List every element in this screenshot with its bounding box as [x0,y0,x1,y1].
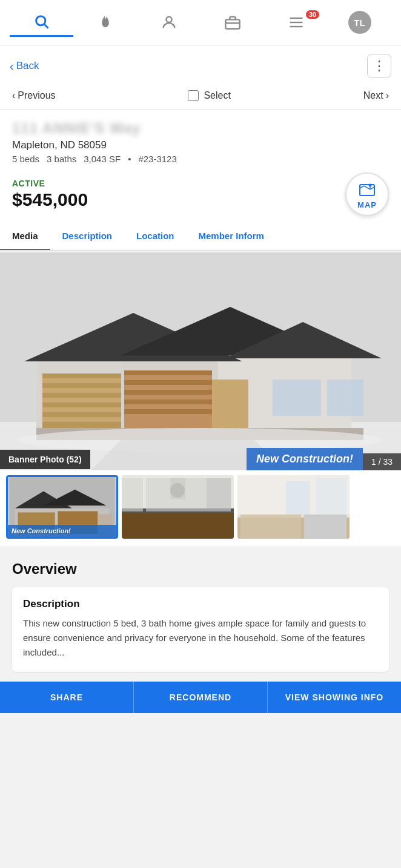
nav-menu[interactable]: 30 [264,9,328,36]
meta-separator: • [128,154,131,164]
overview-title: Overview [12,561,389,577]
svg-rect-53 [207,478,231,511]
notification-badge: 30 [306,10,319,19]
more-options-button[interactable]: ⋮ [367,54,391,78]
price-row: ACTIVE $545,000 MAP [12,173,389,216]
chevron-left-icon: ‹ [10,59,14,73]
thumbnail-2[interactable] [122,475,234,539]
svg-rect-25 [124,370,212,375]
nav-person[interactable] [137,9,200,36]
svg-rect-22 [42,412,121,417]
svg-rect-35 [327,380,363,416]
thumbnails-row: New Construction! [0,470,401,546]
select-checkbox[interactable] [188,90,199,101]
baths-info: 3 baths [47,154,76,164]
svg-rect-61 [316,478,346,515]
property-address: 111 ANNIE'S Way [12,120,389,137]
svg-rect-18 [42,373,121,378]
svg-rect-26 [124,380,212,385]
thumb-new-construction: New Construction! [8,525,116,537]
previous-button[interactable]: ‹ Previous [12,90,56,101]
svg-rect-52 [170,478,185,499]
tab-member-info[interactable]: Member Inform [187,222,276,251]
thumbnail-3[interactable] [237,475,350,539]
svg-line-1 [44,24,48,28]
previous-label: Previous [18,90,55,101]
recommend-button[interactable]: RECOMMEND [134,682,268,713]
select-label: Select [204,90,230,101]
tabs-row: Media Description Location Member Inform [0,222,401,251]
chevron-next-icon: › [386,90,389,101]
status-badge: ACTIVE [12,179,88,188]
svg-rect-29 [124,409,212,414]
svg-rect-27 [124,390,212,395]
svg-rect-3 [225,19,239,28]
svg-point-2 [166,17,171,22]
map-button[interactable]: MAP [345,173,389,216]
svg-rect-19 [42,383,121,388]
new-construction-label: New Construction! [247,448,363,470]
nav-fire[interactable] [73,9,137,36]
chevron-prev-icon: ‹ [12,90,15,101]
share-button[interactable]: SHARE [0,682,134,713]
back-label: Back [16,60,39,72]
svg-rect-48 [122,511,234,539]
photo-count: 1 / 33 [363,453,401,470]
prev-next-nav: ‹ Previous Select Next › [0,84,401,110]
next-button[interactable]: Next › [363,90,389,101]
description-card-title: Description [23,598,378,610]
description-card: Description This new construction 5 bed,… [12,587,389,672]
sqft-info: 3,043 SF [84,154,121,164]
svg-rect-21 [42,403,121,407]
nav-avatar[interactable]: TL [328,6,391,39]
bottom-action-bar: SHARE RECOMMEND VIEW SHOWING INFO [0,682,401,713]
tab-location[interactable]: Location [124,222,187,251]
photo-overlay: Banner Photo (52) New Construction! 1 / … [0,448,401,470]
map-icon [357,180,377,199]
svg-rect-60 [286,481,310,515]
svg-point-0 [36,16,45,25]
property-meta: 5 beds 3 baths 3,043 SF • #23-3123 [12,154,389,164]
listing-num: #23-3123 [138,154,176,164]
next-label: Next [363,90,383,101]
tab-media[interactable]: Media [0,222,50,251]
svg-rect-8 [360,185,374,196]
banner-photo-label: Banner Photo (52) [0,450,90,469]
media-section: Banner Photo (52) New Construction! 1 / … [0,252,401,546]
map-label: MAP [357,200,377,209]
description-card-text: This new construction 5 bed, 3 bath home… [23,616,378,660]
thumbnail-1[interactable]: New Construction! [6,475,118,539]
svg-rect-20 [42,393,121,398]
nav-briefcase[interactable] [200,9,264,36]
overview-section: Overview Description This new constructi… [0,546,401,682]
svg-rect-28 [124,399,212,404]
svg-rect-54 [122,478,143,511]
avatar: TL [348,11,371,34]
beds-info: 5 beds [12,154,39,164]
tab-description[interactable]: Description [50,222,125,251]
nav-search[interactable] [10,8,73,37]
property-info: 111 ANNIE'S Way Mapleton, ND 58059 5 bed… [0,110,401,222]
back-button[interactable]: ‹ Back [10,59,39,73]
header-row: ‹ Back ⋮ [0,45,401,84]
svg-rect-34 [273,380,321,416]
ellipsis-icon: ⋮ [373,59,386,73]
property-city-state: Mapleton, ND 58059 [12,139,389,151]
house-photo-svg [0,252,401,470]
main-photo[interactable]: Banner Photo (52) New Construction! 1 / … [0,252,401,470]
view-showing-button[interactable]: VIEW SHOWING INFO [268,682,401,713]
select-area: Select [188,90,230,101]
svg-rect-57 [240,515,301,539]
top-nav: 30 TL [0,0,401,45]
property-price: $545,000 [12,189,88,210]
svg-rect-58 [304,511,346,539]
price-column: ACTIVE $545,000 [12,179,88,210]
